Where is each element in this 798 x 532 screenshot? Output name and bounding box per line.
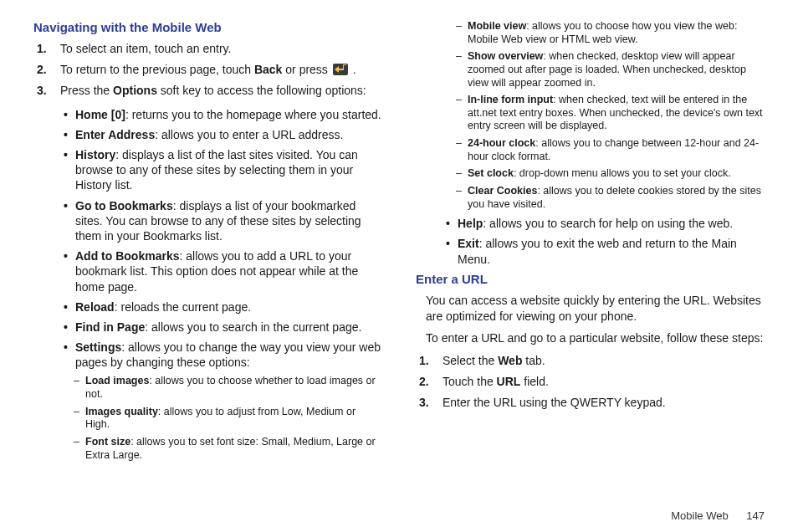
step-text-c: or press	[282, 63, 330, 76]
option-desc: : returns you to the homepage where you …	[125, 108, 381, 121]
step-text-c: soft key to access the following options…	[157, 84, 366, 97]
setting-clear-cookies: Clear Cookies: allows you to delete cook…	[468, 185, 765, 211]
footer-section-label: Mobile Web	[671, 509, 728, 522]
option-desc: : reloads the current page.	[115, 300, 251, 314]
setting-set-clock: Set clock: drop-down menu allows you to …	[468, 167, 765, 181]
option-reload: Reload: reloads the current page.	[75, 299, 382, 315]
option-label: Settings	[75, 340, 121, 354]
option-desc: : displays a list of the last sites visi…	[75, 148, 358, 192]
setting-24hour-clock: 24-hour clock: allows you to change betw…	[468, 137, 765, 163]
option-desc: : allows you to change the way you view …	[75, 340, 381, 369]
option-help: Help: allows you to search for help on u…	[458, 216, 765, 231]
options-list-cont: Help: allows you to search for help on u…	[441, 216, 765, 267]
setting-label: Set clock	[468, 167, 514, 179]
option-find-in-page: Find in Page: allows you to search in th…	[75, 320, 382, 335]
nav-steps-list: To select an item, touch an entry. To re…	[33, 41, 382, 99]
setting-desc: : drop-down menu allows you to set your …	[514, 167, 731, 179]
option-desc: : allows you to exit the web and return …	[458, 237, 737, 265]
step-text-a: Select the	[442, 354, 498, 367]
options-list: Home [0]: returns you to the homepage wh…	[59, 107, 382, 371]
heading-enter-url: Enter a URL	[416, 272, 765, 286]
url-label: URL	[497, 375, 521, 388]
nav-step-1: To select an item, touch an entry.	[60, 41, 382, 57]
option-label: Go to Bookmarks	[75, 199, 173, 212]
option-label: Add to Bookmarks	[75, 249, 179, 263]
option-desc: : allows you to enter a URL address.	[155, 128, 343, 141]
options-label: Options	[113, 84, 157, 97]
step-text-a: Press the	[60, 84, 113, 97]
option-label: Find in Page	[75, 320, 145, 334]
nav-step-3: Press the Options soft key to access the…	[60, 83, 382, 99]
step-text-c: tab.	[522, 354, 545, 367]
step-text: Enter the URL using the QWERTY keypad.	[442, 396, 666, 409]
web-label: Web	[498, 354, 522, 367]
option-label: History	[75, 148, 115, 161]
back-label: Back	[254, 63, 282, 76]
back-key-icon	[333, 64, 348, 75]
setting-mobile-view: Mobile view: allows you to choose how yo…	[468, 20, 765, 46]
setting-label: 24-hour clock	[468, 137, 535, 149]
url-step-2: Touch the URL field.	[442, 374, 765, 390]
option-desc: : allows you to search in the current pa…	[145, 320, 361, 334]
option-exit: Exit: allows you to exit the web and ret…	[458, 236, 765, 266]
option-label: Enter Address	[75, 128, 155, 141]
setting-inline-form: In-line form input: when checked, text w…	[468, 94, 765, 133]
option-desc: : allows you to search for help on using…	[483, 217, 733, 230]
option-enter-address: Enter Address: allows you to enter a URL…	[75, 127, 382, 142]
option-label: Help	[458, 217, 483, 230]
option-label: Exit	[458, 237, 479, 250]
setting-images-quality: Images quality: allows you to adjust fro…	[85, 406, 382, 432]
option-label: Home [0]	[75, 108, 125, 121]
step-text-d: .	[350, 63, 356, 76]
setting-label: Show overview	[468, 50, 543, 62]
option-settings: Settings: allows you to change the way y…	[75, 340, 382, 370]
option-history: History: displays a list of the last sit…	[75, 147, 382, 193]
setting-label: Images quality	[85, 406, 158, 417]
option-home: Home [0]: returns you to the homepage wh…	[75, 107, 382, 122]
setting-show-overview: Show overview: when checked, desktop vie…	[468, 50, 765, 90]
setting-load-images: Load images: allows you to choose whethe…	[85, 375, 382, 401]
url-step-1: Select the Web tab.	[442, 353, 765, 369]
setting-label: Font size	[85, 436, 130, 448]
enter-url-steps: Select the Web tab. Touch the URL field.…	[416, 353, 765, 411]
setting-font-size: Font size: allows you to set font size: …	[85, 436, 382, 462]
step-text-c: field.	[520, 375, 548, 388]
option-add-bookmarks: Add to Bookmarks: allows you to add a UR…	[75, 248, 382, 294]
option-go-bookmarks: Go to Bookmarks: displays a list of your…	[75, 198, 382, 244]
page-footer: Mobile Web 147	[671, 509, 765, 522]
setting-label: In-line form input	[468, 94, 553, 105]
manual-page: Navigating with the Mobile Web To select…	[0, 0, 798, 490]
option-label: Reload	[75, 300, 115, 314]
nav-step-2: To return to the previous page, touch Ba…	[60, 62, 382, 78]
page-number: 147	[746, 509, 765, 522]
setting-label: Load images	[85, 375, 149, 386]
step-text-a: Touch the	[442, 375, 497, 388]
step-text: To select an item, touch an entry.	[60, 42, 231, 55]
heading-navigating: Navigating with the Mobile Web	[33, 20, 382, 34]
enter-url-intro-2: To enter a URL and go to a particular we…	[426, 330, 765, 346]
setting-label: Clear Cookies	[468, 185, 537, 197]
enter-url-intro-1: You can access a website quickly by ente…	[426, 293, 765, 325]
step-text-a: To return to the previous page, touch	[60, 63, 254, 76]
url-step-3: Enter the URL using the QWERTY keypad.	[442, 395, 765, 411]
setting-label: Mobile view	[468, 20, 526, 32]
